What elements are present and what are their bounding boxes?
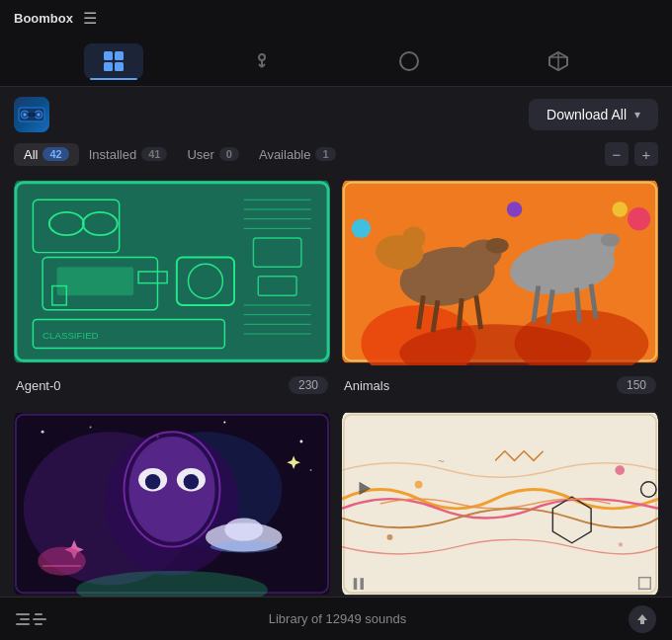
- filter-row: All 42 Installed 41 User 0 Available 1 −…: [14, 142, 658, 166]
- filter-user-label: User: [187, 147, 213, 162]
- filter-available-label: Available: [259, 147, 311, 162]
- zoom-controls: − +: [605, 142, 658, 166]
- svg-point-57: [352, 219, 371, 238]
- nav-item-cube[interactable]: [529, 43, 588, 79]
- svg-point-73: [299, 440, 302, 443]
- filter-tab-installed[interactable]: Installed 41: [79, 143, 178, 166]
- svg-point-70: [90, 426, 92, 428]
- grid-item-space[interactable]: Space Pack: [14, 410, 330, 627]
- filter-icon[interactable]: [16, 613, 46, 625]
- svg-rect-0: [104, 51, 113, 60]
- space-illustration: [14, 410, 330, 598]
- grid-item-waves[interactable]: * ~ ▌▌ Wave Pack: [342, 410, 658, 627]
- filter-tab-available[interactable]: Available 1: [249, 143, 346, 166]
- filter-tab-all[interactable]: All 42: [14, 143, 79, 166]
- svg-point-17: [38, 114, 41, 117]
- svg-text:~: ~: [438, 454, 445, 467]
- animals-count: 150: [617, 376, 656, 394]
- sort-icon: [251, 50, 273, 72]
- svg-text:*: *: [618, 539, 624, 554]
- svg-point-81: [145, 474, 161, 490]
- svg-point-4: [259, 54, 265, 60]
- circle-icon: [397, 49, 421, 73]
- chevron-down-icon: ▾: [634, 108, 640, 121]
- svg-rect-90: [342, 413, 658, 595]
- svg-point-78: [128, 437, 214, 542]
- svg-point-69: [42, 431, 44, 434]
- svg-rect-15: [28, 113, 36, 117]
- library-label: Library of 12949 sounds: [269, 611, 406, 626]
- app-title: Boombox: [14, 11, 73, 26]
- agent-0-count: 230: [289, 376, 328, 394]
- nav-item-sort[interactable]: [233, 44, 291, 78]
- filter-tab-user[interactable]: User 0: [177, 143, 249, 166]
- svg-marker-102: [637, 614, 647, 624]
- sound-pack-grid: CLASSIFIED Agent-0 230: [14, 178, 658, 627]
- filter-installed-badge: 41: [141, 147, 167, 161]
- upload-button[interactable]: [629, 605, 656, 633]
- svg-line-61: [459, 298, 462, 330]
- svg-point-8: [400, 52, 418, 70]
- filter-available-badge: 1: [315, 147, 335, 161]
- waves-illustration: * ~ ▌▌: [342, 410, 658, 598]
- nav-item-grid[interactable]: [84, 43, 143, 79]
- content-area: Download All ▾ All 42 Installed 41 User …: [0, 87, 672, 627]
- filter-all-label: All: [24, 147, 38, 162]
- svg-point-55: [628, 207, 650, 230]
- header-row: Download All ▾: [14, 97, 658, 132]
- filter-user-badge: 0: [219, 147, 239, 161]
- zoom-out-button[interactable]: −: [605, 142, 629, 166]
- agent-0-name: Agent-0: [16, 378, 61, 393]
- menu-icon[interactable]: ☰: [83, 9, 97, 28]
- filter-installed-label: Installed: [89, 147, 136, 162]
- svg-line-65: [577, 287, 580, 322]
- svg-point-85: [224, 519, 263, 541]
- download-all-label: Download All: [546, 107, 627, 122]
- svg-point-72: [223, 422, 225, 424]
- logo-avatar: [14, 97, 49, 132]
- zoom-in-button[interactable]: +: [634, 142, 658, 166]
- svg-point-86: [210, 541, 278, 553]
- filter-all-badge: 42: [42, 147, 68, 161]
- svg-point-56: [612, 201, 628, 217]
- grid-icon: [102, 49, 126, 73]
- svg-point-88: [38, 547, 85, 576]
- svg-point-58: [507, 201, 523, 217]
- svg-text:▌▌: ▌▌: [354, 578, 368, 590]
- svg-rect-25: [57, 267, 134, 295]
- animals-illustration: [342, 178, 658, 365]
- svg-point-52: [601, 233, 620, 247]
- animals-label: Animals 150: [342, 369, 658, 398]
- svg-point-82: [184, 474, 200, 490]
- download-all-button[interactable]: Download All ▾: [529, 99, 658, 130]
- svg-point-94: [415, 481, 423, 489]
- svg-point-54: [402, 226, 425, 249]
- nav-item-circle[interactable]: [379, 43, 439, 79]
- agent-0-illustration: CLASSIFIED: [14, 178, 330, 365]
- svg-text:CLASSIFIED: CLASSIFIED: [42, 330, 99, 341]
- svg-rect-1: [115, 51, 124, 60]
- svg-point-49: [485, 238, 508, 254]
- top-bar: Boombox ☰: [0, 0, 672, 36]
- svg-rect-3: [115, 62, 124, 71]
- grid-item-agent-0[interactable]: CLASSIFIED Agent-0 230: [14, 178, 330, 398]
- svg-rect-2: [104, 62, 113, 71]
- svg-point-74: [310, 469, 312, 471]
- svg-point-96: [387, 534, 393, 540]
- animals-name: Animals: [344, 378, 389, 393]
- svg-point-95: [615, 465, 625, 475]
- agent-0-label: Agent-0 230: [14, 369, 330, 398]
- svg-point-16: [24, 114, 27, 117]
- bottom-bar: Library of 12949 sounds: [0, 597, 672, 640]
- grid-item-animals[interactable]: Animals 150: [342, 178, 658, 398]
- cube-icon: [546, 49, 570, 73]
- nav-bar: [0, 36, 672, 87]
